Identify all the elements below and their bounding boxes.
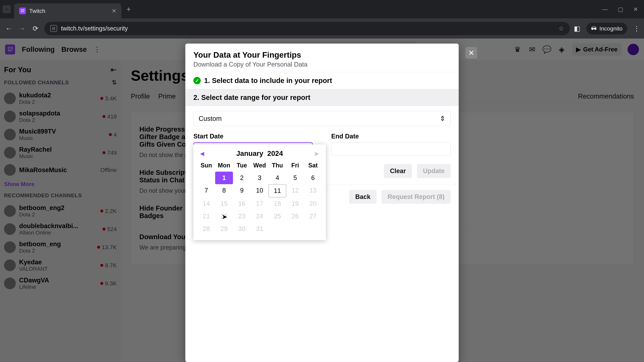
panel-icon[interactable]: ◧ [574,25,580,32]
calendar-day: 15 [215,197,233,210]
weekday-header: Sun [198,159,215,172]
browser-tab-strip: ▾ Twitch ✕ + ― ▢ ✕ [0,0,644,18]
calendar-day: 23 [233,210,251,223]
end-date-input[interactable] [331,142,451,156]
calendar-day: 26 [286,210,304,223]
back-button-modal[interactable]: Back [349,190,376,204]
modal-layer: ✕ Your Data at Your Fingertips Download … [0,38,644,362]
back-button[interactable]: ← [4,24,14,33]
calendar-month: January [236,149,263,158]
clear-button[interactable]: Clear [384,164,412,178]
calendar-day[interactable]: 4 [268,172,286,184]
calendar-day[interactable]: 9 [233,184,251,197]
calendar-day: 24 [251,210,268,223]
calendar-day: 21 [198,210,215,223]
select-chevron-icon: ⇕ [440,115,446,122]
reload-button[interactable]: ⟳ [31,24,40,33]
date-picker: ◀ January 2024 ▶ SunMonTueWedThuFriSat 1… [193,144,326,240]
calendar-day[interactable]: 3 [251,172,268,184]
modal-subtitle: Download a Copy of Your Personal Data [193,61,451,68]
calendar-day: 22 [215,210,233,223]
calendar-day: 13 [304,184,322,197]
url-text: twitch.tv/settings/security [61,25,128,32]
calendar-day: 29 [215,223,233,235]
calendar-day [304,223,322,235]
calendar-day[interactable]: 7 [198,184,215,197]
forward-button[interactable]: → [18,24,27,33]
chevron-down-icon: ▾ [6,8,8,11]
incognito-badge[interactable]: 🕶 Incognito [586,23,627,34]
prev-month-icon[interactable]: ◀ [200,150,204,157]
calendar-day: 28 [198,223,215,235]
close-window-icon[interactable]: ✕ [633,6,638,12]
maximize-icon[interactable]: ▢ [618,6,623,12]
date-range-select[interactable]: Custom ⇕ [193,111,451,126]
weekday-header: Wed [251,159,268,172]
weekday-header: Sat [304,159,322,172]
minimize-icon[interactable]: ― [602,6,608,12]
calendar-day: 17 [251,197,268,210]
calendar-day: 30 [233,223,251,235]
address-bar[interactable]: ⊟ twitch.tv/settings/security ☆ [44,22,570,35]
calendar-day[interactable]: 2 [233,172,251,184]
browser-menu-icon[interactable]: ⋮ [633,25,640,32]
site-settings-icon[interactable]: ⊟ [50,25,57,32]
calendar-day[interactable]: 5 [286,172,304,184]
calendar-day[interactable]: 8 [215,184,233,197]
bookmark-icon[interactable]: ☆ [558,25,564,32]
weekday-header: Tue [233,159,251,172]
modal-close-button[interactable]: ✕ [466,47,477,59]
request-report-button: Request Report (8) [382,190,451,204]
twitch-favicon [19,7,26,14]
weekday-header: Thu [268,159,286,172]
end-date-label: End Date [331,133,451,140]
data-download-modal: ✕ Your Data at Your Fingertips Download … [185,43,459,362]
browser-tab[interactable]: Twitch ✕ [14,3,122,18]
calendar-year: 2024 [267,149,283,158]
step-1[interactable]: ✓ 1. Select data to include in your repo… [185,72,459,89]
calendar-day: 20 [304,197,322,210]
calendar-day: 16 [233,197,251,210]
weekday-header: Mon [215,159,233,172]
modal-title: Your Data at Your Fingertips [193,50,451,59]
calendar-day[interactable]: 1 [215,172,233,184]
tab-close-icon[interactable]: ✕ [112,7,116,14]
start-date-label: Start Date [193,133,313,140]
step-2: 2. Select date range for your report [185,89,459,106]
incognito-icon: 🕶 [591,25,597,32]
calendar-day: 14 [198,197,215,210]
update-button: Update [417,164,451,178]
calendar-day [286,223,304,235]
calendar-day: 31 [251,223,268,235]
calendar-day [198,172,215,184]
close-icon: ✕ [468,49,474,57]
calendar-day [268,223,286,235]
next-month-icon: ▶ [315,150,319,157]
calendar-day[interactable]: 10 [251,184,268,197]
check-icon: ✓ [193,77,201,84]
weekday-header: Fri [286,159,304,172]
calendar-day[interactable]: 6 [304,172,322,184]
calendar-day: 19 [286,197,304,210]
calendar-day: 12 [286,184,304,197]
calendar-day: 25 [268,210,286,223]
tab-search-button[interactable]: ▾ [3,5,11,13]
calendar-day: 18 [268,197,286,210]
tab-title: Twitch [29,8,108,14]
new-tab-button[interactable]: + [126,5,131,13]
calendar-day[interactable]: 11 [268,184,286,197]
browser-toolbar: ← → ⟳ ⊟ twitch.tv/settings/security ☆ ◧ … [0,18,644,38]
calendar-day: 27 [304,210,322,223]
